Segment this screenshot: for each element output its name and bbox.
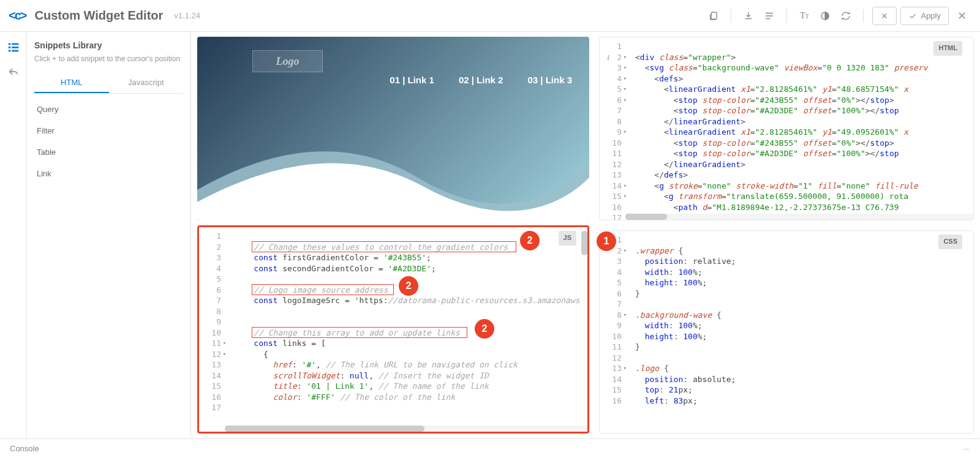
css-gutter: 12345678910111213141516 [600,231,625,433]
annotation-marker-2a: 2 [520,231,540,250]
svg-rect-5 [12,47,18,48]
svg-rect-7 [12,50,18,52]
text-size-icon[interactable]: TT [796,7,813,24]
console-panel[interactable]: Console ︿ [0,438,980,458]
html-badge: HTML [933,41,962,56]
chevron-up-icon[interactable]: ︿ [963,443,970,454]
svg-rect-6 [8,50,10,52]
left-column: Logo 01 | Link 1 02 | Link 2 03 | Link 3… [197,37,589,434]
body: Snippets Library Click + to add snippet … [0,32,980,438]
preview-logo: Logo [252,50,323,72]
html-gutter: 1234567891011121314151617 [600,37,625,220]
snippets-subtitle: Click + to add snippet to the cursor's p… [34,54,183,64]
js-badge: JS [559,231,576,246]
snippets-list: Query Filter Table Link [34,99,183,184]
preview-link-3[interactable]: 03 | Link 3 [527,75,572,85]
contrast-icon[interactable] [816,7,834,24]
console-label: Console [10,444,39,453]
svg-rect-4 [8,47,10,48]
snippet-link[interactable]: Link [34,163,183,184]
snippets-tabs: HTML Javascript [34,73,183,94]
close-icon[interactable]: ✕ [952,7,971,25]
tab-javascript[interactable]: Javascript [109,73,184,93]
preview-link-1[interactable]: 01 | Link 1 [390,75,434,85]
snippet-filter[interactable]: Filter [34,120,183,141]
undo-icon[interactable] [7,65,20,78]
preview-link-2[interactable]: 02 | Link 2 [459,75,503,85]
annotation-marker-2c: 2 [475,319,494,339]
js-code[interactable]: // Change these values to control the gr… [230,227,587,432]
js-scrollbar-h[interactable] [225,426,587,432]
widget-preview: Logo 01 | Link 1 02 | Link 2 03 | Link 3 [197,37,589,220]
snippet-table[interactable]: Table [34,141,183,163]
preview-links: 01 | Link 1 02 | Link 2 03 | Link 3 [390,75,572,85]
snippets-icon[interactable] [7,40,20,54]
tab-html[interactable]: HTML [34,73,109,93]
annotation-marker-2b: 2 [399,276,418,296]
css-badge: CSS [938,235,962,249]
js-scrollbar-v[interactable] [581,227,587,432]
js-gutter: 1234567891011121314151617 [199,227,225,432]
toolbar: TT Apply ✕ [705,7,971,25]
svg-rect-3 [12,43,18,45]
snippets-title: Snippets Library [34,40,183,50]
page-title: Custom Widget Editor [34,9,163,23]
svg-rect-2 [8,43,10,45]
html-editor[interactable]: HTML 1234567891011121314151617 <div clas… [599,37,974,220]
left-rail [0,32,27,438]
js-editor[interactable]: JS 1234567891011121314151617 // Change t… [197,225,589,434]
clipboard-icon[interactable] [705,7,722,24]
css-editor[interactable]: CSS 12345678910111213141516 .wrapper { p… [599,230,974,434]
cancel-button[interactable] [872,7,897,25]
html-code[interactable]: <div class="wrapper"> <svg class="backgr… [630,37,973,220]
refresh-icon[interactable] [837,7,854,24]
version-label: v1.1.24 [174,11,200,20]
annotation-marker-1: 1 [597,231,616,251]
apply-button[interactable]: Apply [900,7,949,25]
css-code[interactable]: .wrapper { position: relative; width: 10… [630,231,973,433]
snippets-panel: Snippets Library Click + to add snippet … [27,32,191,438]
download-icon[interactable] [740,7,757,24]
html-scrollbar-h[interactable] [625,214,973,220]
svg-rect-0 [712,12,717,19]
app-root: <c> Custom Widget Editor v1.1.24 TT Appl… [0,0,980,458]
snippet-query[interactable]: Query [34,99,183,120]
preview-wave [197,122,589,220]
main: Logo 01 | Link 1 02 | Link 2 03 | Link 3… [191,32,980,438]
list-icon[interactable] [761,7,778,24]
right-column: 1 HTML 1234567891011121314151617 <div cl… [599,37,974,434]
topbar: <c> Custom Widget Editor v1.1.24 TT Appl… [0,0,980,32]
brand-icon: <c> [9,9,26,23]
